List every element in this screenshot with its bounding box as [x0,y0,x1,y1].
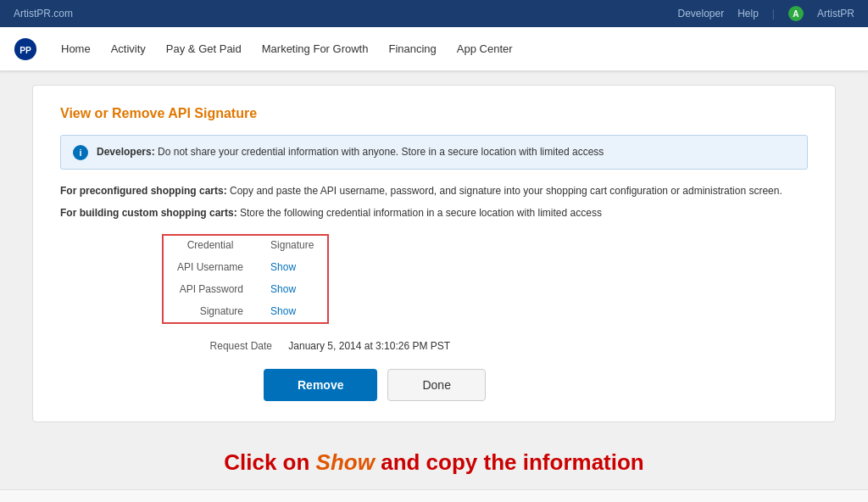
api-password-label: API Password [164,278,257,300]
nav-activity[interactable]: Activity [101,27,156,70]
avatar: A [788,6,804,21]
remove-button[interactable]: Remove [264,369,377,401]
annotation-after: and copy the information [375,449,644,475]
annotation-bar: Click on Show and copy the information [0,436,868,489]
main-content: View or Remove API Signature i Developer… [19,85,849,422]
credentials-table-box: Credential Signature API Username Show A… [162,234,329,324]
signature-show: Show [257,300,327,322]
info-box-text: Developers: Do not share your credential… [97,144,604,159]
nav-marketing[interactable]: Marketing For Growth [252,27,379,70]
request-date-row: Request Date January 5, 2014 at 3:10:26 … [162,340,808,352]
request-date-label: Request Date [162,340,272,352]
api-password-show: Show [257,278,327,300]
developer-link[interactable]: Developer [677,8,724,20]
table-row: Signature Show [164,300,327,322]
paypal-logo: PP [14,37,37,61]
info-rest: Do not share your credential information… [155,146,604,158]
site-name: ArtistPR.com [14,8,73,20]
nav-pay-get-paid[interactable]: Pay & Get Paid [156,27,252,70]
col-credential: Credential [164,236,257,256]
desc2: For building custom shopping carts: Stor… [60,205,808,220]
credentials-table: Credential Signature API Username Show A… [164,236,327,322]
table-row: API Password Show [164,278,327,300]
done-button[interactable]: Done [387,369,485,401]
nav-app-center[interactable]: App Center [447,27,523,70]
api-password-show-link[interactable]: Show [270,283,296,295]
svg-text:PP: PP [19,45,31,54]
request-date-value: January 5, 2014 at 3:10:26 PM PST [288,340,450,352]
desc1: For preconfigured shopping carts: Copy a… [60,183,808,198]
credentials-table-container: Credential Signature API Username Show A… [162,234,808,326]
top-divider: | [772,8,775,20]
signature-show-link[interactable]: Show [270,305,296,317]
signature-label: Signature [164,300,257,322]
desc2-bold: For building custom shopping carts: [60,207,237,219]
button-row: Remove Done [264,369,808,401]
help-link[interactable]: Help [737,8,759,20]
annotation-show-word: Show [316,449,375,475]
annotation-before: Click on [224,449,315,475]
top-bar-right: Developer Help | A ArtistPR [677,6,854,21]
user-name-link[interactable]: ArtistPR [817,8,854,20]
footer: Help Contact Fees Security English Franç… [0,489,868,502]
info-box: i Developers: Do not share your credenti… [60,135,808,170]
nav-financing[interactable]: Financing [378,27,446,70]
table-row: API Username Show [164,256,327,278]
nav-bar: PP Home Activity Pay & Get Paid Marketin… [0,27,868,71]
col-signature: Signature [257,236,327,256]
desc1-bold: For preconfigured shopping carts: [60,185,227,197]
api-username-label: API Username [164,256,257,278]
main-nav: Home Activity Pay & Get Paid Marketing F… [51,27,523,70]
api-username-show-link[interactable]: Show [270,261,296,273]
card-title: View or Remove API Signature [60,106,808,121]
info-icon: i [73,145,88,160]
top-bar: ArtistPR.com Developer Help | A ArtistPR [0,0,868,27]
nav-home[interactable]: Home [51,27,101,70]
api-username-show: Show [257,256,327,278]
info-bold: Developers: [97,146,155,158]
desc2-text: Store the following credential informati… [240,207,602,219]
desc1-text: Copy and paste the API username, passwor… [230,185,782,197]
api-signature-card: View or Remove API Signature i Developer… [32,85,836,422]
